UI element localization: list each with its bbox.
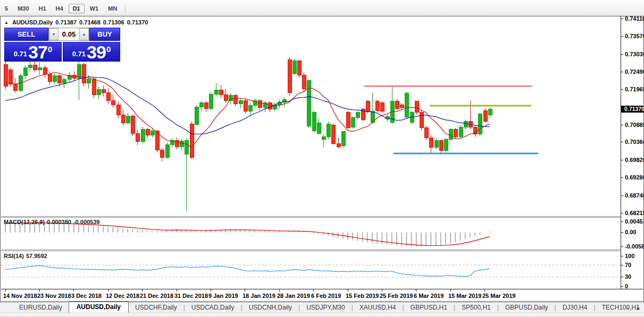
axis-tick: [621, 265, 623, 265]
date-tick: [484, 289, 485, 292]
timeframe-button-w1[interactable]: W1: [86, 4, 103, 13]
ohlc-close: 0.71370: [127, 19, 148, 25]
timeframe-button-h1[interactable]: H1: [35, 4, 51, 13]
date-tick: [5, 289, 6, 292]
price-axis-label: 0.73570: [625, 33, 644, 39]
axis-tick: [621, 72, 623, 72]
date-axis-label: 6 Mar 2019: [414, 293, 444, 299]
timeframe-button-5[interactable]: 5: [1, 4, 12, 13]
date-axis-label: 21 Dec 2018: [140, 293, 173, 299]
price-axis-label: 0.68740: [625, 192, 644, 199]
status-bar: [0, 313, 644, 317]
buy-price-pip: 0: [106, 45, 111, 54]
sell-price-prefix: 0.71: [14, 50, 27, 58]
macd-axis-label: 0.004517: [625, 218, 644, 225]
volume-input[interactable]: 0.05: [58, 28, 79, 40]
rsi-axis-label: 30: [625, 273, 631, 280]
date-tick: [279, 289, 280, 292]
date-axis-label: 25 Feb 2019: [380, 293, 413, 299]
date-tick: [245, 289, 245, 292]
date-tick: [416, 289, 416, 292]
tab-gbpusd-h1[interactable]: GBPUSD,H1: [404, 303, 454, 313]
date-axis-label: 18 Jan 2019: [242, 293, 275, 299]
tab-gbpusd-daily[interactable]: GBPUSD,Daily: [499, 303, 555, 313]
axis-tick: [621, 19, 623, 19]
buy-price-big: 39: [87, 44, 106, 60]
date-axis-label: 23 Nov 2018: [37, 293, 71, 299]
price-axis-label: 0.72490: [625, 68, 644, 75]
price-axis-label: 0.69280: [625, 174, 644, 181]
date-axis-label: 12 Dec 2018: [106, 293, 139, 299]
date-axis-label: 15 Mar 2019: [448, 293, 481, 299]
price-axis: 0.741100.735700.730300.724900.719650.708…: [621, 16, 643, 289]
one-click-trading-panel: SELL ▼ 0.05 ▲ BUY 0.71 37 0 0.71 39 0: [4, 28, 120, 62]
tab-scroll-left-icon[interactable]: ◄: [625, 306, 630, 311]
volume-decrease-button[interactable]: ▼: [49, 28, 58, 40]
rsi-axis-label: 70: [625, 262, 631, 268]
ohlc-high: 0.71468: [79, 19, 101, 25]
price-axis-label: 0.74110: [625, 15, 644, 22]
date-axis-label: 28 Jan 2019: [277, 293, 310, 299]
tab-usdjpy-m30[interactable]: USDJPY,M30: [300, 303, 351, 313]
tab-usdcnh-daily[interactable]: USDCNH,Daily: [242, 303, 298, 313]
date-tick: [73, 289, 74, 292]
axis-tick: [621, 277, 623, 277]
timeframe-button-m30[interactable]: M30: [13, 4, 33, 13]
price-axis-label: 0.70360: [625, 139, 644, 145]
date-tick: [450, 289, 451, 292]
sell-price-pip: 0: [48, 45, 52, 54]
tab-scroll-right-icon[interactable]: ►: [636, 306, 641, 311]
rsi-chart: [1, 251, 621, 289]
symbol-tab-bar: ◄ ► EURUSD,DailyAUDUSD,DailyUSDCHF,Daily…: [0, 302, 644, 313]
price-axis-label: 0.70885: [625, 122, 644, 128]
sell-price-button[interactable]: 0.71 37 0: [4, 42, 62, 62]
tab-usdchf-daily[interactable]: USDCHF,Daily: [129, 303, 183, 313]
price-axis-label: 0.69820: [625, 157, 644, 163]
volume-spinner: ▼ 0.05 ▲: [48, 28, 89, 41]
date-axis-label: 9 Jan 2019: [208, 293, 238, 299]
axis-tick: [621, 125, 623, 125]
price-axis-label: 0.73030: [625, 51, 644, 57]
timeframe-button-mn[interactable]: MN: [104, 4, 121, 13]
axis-tick: [621, 246, 623, 247]
rsi-axis-label: 100: [625, 253, 634, 259]
chart-header: ▲ AUDUSD,Daily 0.71387 0.71468 0.71306 0…: [4, 19, 148, 25]
tab-xauusd-h4[interactable]: XAUUSD,H4: [353, 303, 403, 313]
price-axis-label: 0.68215: [625, 210, 644, 216]
tab-usdcad-daily[interactable]: USDCAD,Daily: [185, 303, 241, 313]
buy-button[interactable]: BUY: [89, 28, 120, 41]
rsi-label: RSI(14)57.9592: [4, 253, 49, 259]
date-tick: [348, 289, 348, 292]
date-axis-label: 25 Mar 2019: [482, 293, 515, 299]
tab-sp500-h1[interactable]: SP500,H1: [455, 303, 497, 313]
volume-increase-button[interactable]: ▲: [79, 28, 89, 40]
buy-price-button[interactable]: 0.71 39 0: [63, 42, 120, 62]
axis-tick: [621, 36, 623, 37]
axis-tick: [621, 54, 623, 55]
collapse-panel-icon[interactable]: ▲: [4, 20, 9, 25]
tab-audusd-daily[interactable]: AUDUSD,Daily: [69, 302, 129, 313]
sell-button[interactable]: SELL: [4, 28, 48, 41]
date-axis: 14 Nov 201823 Nov 20183 Dec 201812 Dec 2…: [1, 289, 643, 301]
current-price-tag: 0.71370: [621, 106, 643, 113]
axis-tick: [621, 256, 623, 256]
axis-tick: [621, 177, 623, 178]
tab-dj30-h4[interactable]: DJ30,H4: [556, 303, 594, 313]
buy-price-prefix: 0.71: [72, 50, 86, 58]
timeframe-button-h4[interactable]: H4: [52, 4, 68, 13]
timeframe-button-d1[interactable]: D1: [69, 4, 85, 13]
date-tick: [108, 289, 108, 292]
date-tick: [211, 289, 211, 292]
date-tick: [142, 289, 143, 292]
macd-label: MACD(12,26,9)0.000380-0.000539: [4, 219, 102, 225]
price-axis-label: 0.71965: [625, 86, 644, 92]
date-tick: [177, 289, 177, 292]
tab-eurusd-daily[interactable]: EURUSD,Daily: [13, 303, 69, 313]
date-tick: [39, 289, 40, 292]
date-tick: [313, 289, 314, 292]
date-tick: [382, 289, 382, 292]
axis-tick: [621, 142, 623, 142]
macd-axis-label: 0.00: [625, 229, 636, 235]
timeframe-toolbar: 5M30H1H4D1W1MN: [0, 0, 644, 15]
toolbar-separator: [125, 4, 126, 13]
